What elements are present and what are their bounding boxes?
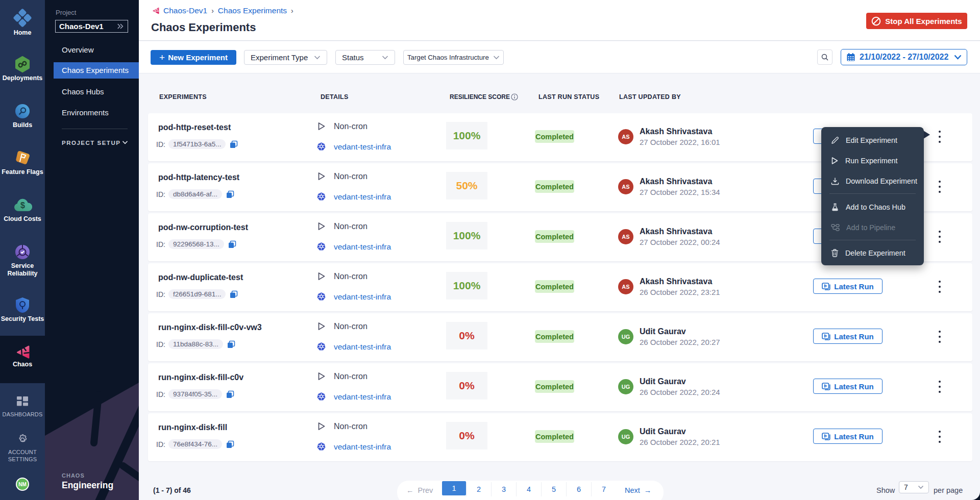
svg-text:$: $ xyxy=(20,201,25,210)
